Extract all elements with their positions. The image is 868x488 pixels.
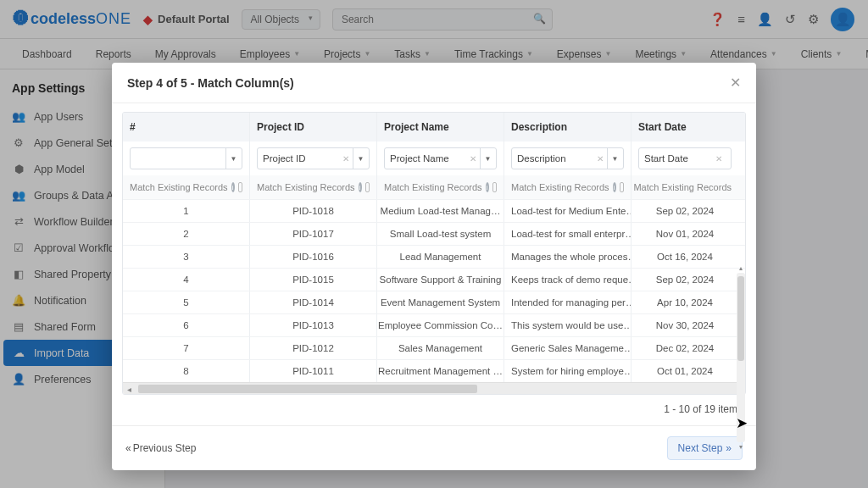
info-icon[interactable]: i — [231, 182, 235, 192]
header-start-date: Start Date — [632, 113, 738, 141]
cell-description: Keeps track of demo reque… — [504, 269, 632, 291]
columns-table: # Project ID Project Name Description St… — [122, 112, 746, 395]
cell-project-id: PID-1014 — [250, 291, 377, 313]
cell-project-id: PID-1012 — [250, 337, 377, 359]
table-row[interactable]: 2PID-1017Small Load-test systemLoad-test… — [123, 222, 745, 245]
table-row[interactable]: 6PID-1013Employee Commission Co…This sys… — [123, 313, 745, 336]
cell-project-id: PID-1018 — [250, 200, 377, 222]
modal-header: Step 4 of 5 - Match Column(s) ✕ — [112, 63, 756, 103]
cell-description: Load-test for Medium Ente… — [504, 200, 632, 222]
table-select-row: ▼ Project ID✕▼ Project Name✕▼ Descriptio… — [123, 141, 745, 175]
scroll-down-icon[interactable]: ▾ — [737, 443, 745, 451]
cell-start-date: Apr 10, 2024 — [632, 291, 738, 313]
info-icon[interactable]: i — [359, 182, 362, 192]
cell-description: Generic Sales Manageme… — [504, 337, 632, 359]
header-project-id: Project ID — [250, 113, 377, 141]
paging-text: 1 - 10 of 19 items — [122, 395, 746, 419]
clear-icon[interactable]: ✕ — [597, 154, 604, 164]
table-header-row: # Project ID Project Name Description St… — [123, 113, 745, 141]
table-row[interactable]: 5PID-1014Event Management SystemIntended… — [123, 291, 745, 313]
horizontal-scrollbar[interactable]: ◂ ▸ — [123, 382, 745, 394]
cell-start-date: Sep 02, 2024 — [632, 269, 738, 291]
header-project-name: Project Name — [377, 113, 504, 141]
table-row[interactable]: 7PID-1012Sales ManagementGeneric Sales M… — [123, 336, 745, 359]
column-select-index[interactable]: ▼ — [130, 147, 242, 169]
cell-description: System for hiring employe… — [504, 360, 632, 382]
cell-project-id: PID-1015 — [250, 269, 377, 291]
cell-project-name: Event Management System — [377, 291, 504, 313]
table-row[interactable]: 3PID-1016Lead ManagementManages the whol… — [123, 245, 745, 268]
previous-step-button[interactable]: «Previous Step — [125, 442, 196, 454]
cell-start-date: Dec 02, 2024 — [632, 337, 738, 359]
cell-project-name: Employee Commission Co… — [377, 314, 504, 336]
cell-start-date: Nov 30, 2024 — [632, 314, 738, 336]
scroll-up-icon[interactable]: ▴ — [737, 264, 745, 272]
chevron-left-icon: « — [125, 442, 131, 454]
modal-close-icon[interactable]: ✕ — [730, 75, 741, 91]
chevron-down-icon: ▼ — [480, 148, 495, 169]
match-checkbox[interactable] — [238, 182, 242, 192]
chevron-down-icon: ▼ — [225, 148, 241, 169]
chevron-right-icon: » — [726, 442, 732, 454]
chevron-down-icon: ▼ — [607, 148, 622, 169]
clear-icon[interactable]: ✕ — [342, 154, 349, 164]
match-checkbox[interactable] — [620, 182, 624, 192]
modal-footer: «Previous Step Next Step» — [112, 425, 756, 470]
modal-body: # Project ID Project Name Description St… — [112, 103, 756, 425]
column-select-project-id[interactable]: Project ID✕▼ — [257, 147, 370, 169]
vertical-scrollbar[interactable]: ▴ ▾ — [737, 273, 745, 442]
scroll-left-icon[interactable]: ◂ — [123, 383, 135, 395]
cell-description: Intended for managing per… — [504, 291, 632, 313]
header-description: Description — [504, 113, 632, 141]
match-checkbox[interactable] — [365, 182, 370, 192]
cell-index: 7 — [123, 337, 250, 359]
cell-index: 4 — [123, 269, 250, 291]
cell-start-date: Sep 02, 2024 — [632, 200, 738, 222]
column-select-start-date[interactable]: Start Date✕ — [638, 147, 732, 169]
cell-description: Load-test for small enterpr… — [504, 223, 632, 245]
cell-description: This system would be use… — [504, 314, 632, 336]
cell-project-name: Lead Management — [377, 246, 504, 268]
clear-icon[interactable]: ✕ — [470, 154, 476, 164]
cell-index: 1 — [123, 200, 250, 222]
cell-project-name: Software Support & Training — [377, 269, 504, 291]
cell-project-name: Recruitment Management … — [377, 360, 504, 382]
table-rows: 1PID-1018Medium Load-test Manag…Load-tes… — [123, 199, 745, 382]
info-icon[interactable]: i — [486, 182, 489, 192]
cell-project-name: Small Load-test system — [377, 223, 504, 245]
table-row[interactable]: 1PID-1018Medium Load-test Manag…Load-tes… — [123, 199, 745, 222]
modal-overlay: Step 4 of 5 - Match Column(s) ✕ # Projec… — [0, 0, 868, 488]
cell-project-name: Sales Management — [377, 337, 504, 359]
cell-start-date: Oct 16, 2024 — [632, 246, 738, 268]
cell-index: 5 — [123, 291, 250, 313]
cell-index: 3 — [123, 246, 250, 268]
vscroll-thumb[interactable] — [737, 276, 744, 361]
chevron-down-icon: ▼ — [353, 148, 368, 169]
cell-project-id: PID-1016 — [250, 246, 377, 268]
cell-project-id: PID-1013 — [250, 314, 377, 336]
info-icon[interactable]: i — [613, 182, 616, 192]
cell-index: 2 — [123, 223, 250, 245]
cell-description: Manages the whole proces… — [504, 246, 632, 268]
match-checkbox[interactable] — [492, 182, 497, 192]
table-row[interactable]: 4PID-1015Software Support & TrainingKeep… — [123, 268, 745, 291]
match-columns-modal: Step 4 of 5 - Match Column(s) ✕ # Projec… — [112, 63, 756, 470]
cell-start-date: Nov 01, 2024 — [632, 223, 738, 245]
cell-index: 6 — [123, 314, 250, 336]
cell-index: 8 — [123, 360, 250, 382]
table-row[interactable]: 8PID-1011Recruitment Management …System … — [123, 359, 745, 382]
column-select-project-name[interactable]: Project Name✕▼ — [384, 147, 497, 169]
header-index: # — [123, 113, 250, 141]
cell-project-id: PID-1017 — [250, 223, 377, 245]
clear-icon[interactable]: ✕ — [715, 154, 722, 164]
cell-start-date: Oct 01, 2024 — [632, 360, 738, 382]
cell-project-id: PID-1011 — [250, 360, 377, 382]
column-select-description[interactable]: Description✕▼ — [511, 147, 624, 169]
modal-title: Step 4 of 5 - Match Column(s) — [127, 76, 294, 90]
scroll-thumb[interactable] — [138, 385, 477, 393]
table-match-row: Match Existing Recordsi Match Existing R… — [123, 175, 745, 199]
cell-project-name: Medium Load-test Manag… — [377, 200, 504, 222]
next-step-button[interactable]: Next Step» — [667, 436, 743, 460]
